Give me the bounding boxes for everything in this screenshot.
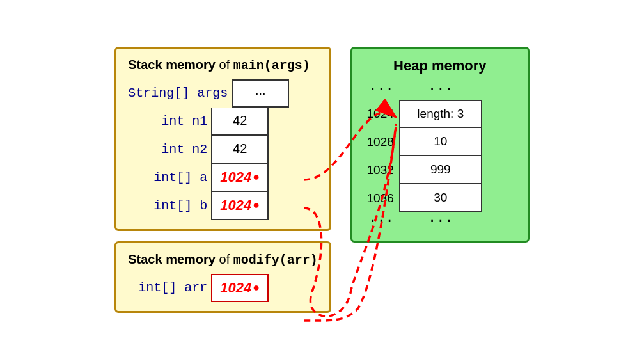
- main-stack-title-of: of: [219, 58, 230, 72]
- heap-addr-3: 1036: [364, 191, 399, 205]
- modify-stack-rows: int[] arr 1024 ●: [128, 274, 318, 302]
- modify-stack-box: Stack memory of modify(arr) int[] arr 10…: [114, 241, 331, 313]
- main-stack-box: Stack memory of main(args) String[] args…: [114, 47, 331, 231]
- heap-row-3: 1036 30: [364, 184, 516, 212]
- main-stack-title: Stack memory of main(args): [128, 58, 318, 73]
- table-row: int[] b 1024 ●: [128, 192, 318, 220]
- heap-addr-1: 1028: [364, 135, 399, 149]
- dots-cell-bottom: ···: [399, 212, 482, 232]
- cell-value: 42: [211, 108, 269, 136]
- heap-row-0: 1024 length: 3: [364, 100, 516, 128]
- table-row: int n2 42: [128, 136, 318, 164]
- heap-area: Heap memory ··· ··· 1024 length: 3 1028 …: [350, 47, 530, 243]
- var-label: String[] args: [128, 86, 232, 100]
- var-label: int[] arr: [128, 280, 211, 295]
- cell-value: ···: [232, 79, 289, 108]
- modify-stack-title-of: of: [219, 252, 230, 266]
- cell-value: 42: [211, 136, 269, 164]
- cell-pointer-a: 1024 ●: [211, 164, 269, 192]
- heap-dots-bottom: ··· ···: [364, 212, 516, 232]
- modify-stack-title-method: modify(arr): [233, 253, 318, 267]
- cell-pointer-b: 1024 ●: [211, 192, 269, 220]
- table-row: String[] args ···: [128, 79, 318, 108]
- var-label: int[] a: [128, 170, 211, 185]
- heap-cell-2: 999: [399, 156, 482, 184]
- heap-addr-2: 1032: [364, 163, 399, 177]
- table-row: int[] a 1024 ●: [128, 164, 318, 192]
- heap-title: Heap memory: [364, 58, 516, 74]
- diagram: Stack memory of main(args) String[] args…: [102, 34, 542, 326]
- var-label: int n1: [128, 114, 211, 129]
- modify-stack-title-text: Stack memory: [128, 252, 216, 266]
- heap-dots-top: ··· ···: [364, 81, 516, 100]
- cell-pointer-arr: 1024 ●: [211, 274, 269, 302]
- heap-cell-3: 30: [399, 184, 482, 212]
- table-row: int n1 42: [128, 108, 318, 136]
- heap-addr-0: 1024: [364, 107, 399, 121]
- main-stack-title-text: Stack memory: [128, 58, 216, 72]
- var-label: int[] b: [128, 198, 211, 213]
- dots-addr-bottom: ···: [364, 214, 399, 230]
- heap-row-2: 1032 999: [364, 156, 516, 184]
- main-stack-title-method: main(args): [233, 58, 310, 73]
- heap-row-1: 1028 10: [364, 128, 516, 156]
- modify-stack-title: Stack memory of modify(arr): [128, 252, 318, 267]
- var-label: int n2: [128, 142, 211, 157]
- main-stack-rows: String[] args ··· int n1 42 int n2 42 in…: [128, 79, 318, 220]
- table-row: int[] arr 1024 ●: [128, 274, 318, 302]
- dots-addr-top: ···: [364, 82, 399, 98]
- left-column: Stack memory of main(args) String[] args…: [114, 47, 331, 313]
- heap-box: Heap memory ··· ··· 1024 length: 3 1028 …: [350, 47, 530, 243]
- dots-cell-top: ···: [399, 81, 482, 100]
- heap-cell-0: length: 3: [399, 100, 482, 128]
- heap-cell-1: 10: [399, 128, 482, 156]
